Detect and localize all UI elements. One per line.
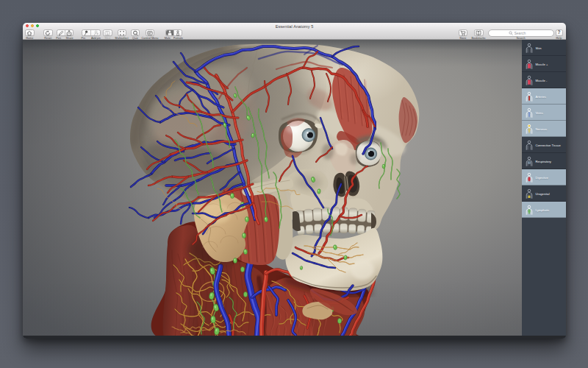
desktop-background: Essential Anatomy 5 HomeResetPenSharePin… bbox=[0, 0, 588, 368]
bookmarks-icon bbox=[476, 30, 481, 36]
home-button[interactable] bbox=[25, 29, 35, 37]
bookmarks-button[interactable] bbox=[474, 29, 484, 37]
sidebar-item-label: Respiratory bbox=[536, 160, 551, 163]
sidebar-item-urogenital[interactable]: Urogenital bbox=[522, 185, 566, 202]
store-button[interactable] bbox=[459, 29, 468, 37]
sidebar-item-label: Veins bbox=[536, 111, 543, 115]
add_pin-button[interactable] bbox=[90, 30, 100, 36]
quiz-icon bbox=[132, 30, 138, 36]
body-system-icon-muscle-plus bbox=[525, 59, 534, 69]
body-systems-sidebar: SkinMuscle +Muscle -ArteriesVeinsNervous… bbox=[522, 40, 566, 339]
male-icon bbox=[167, 30, 173, 36]
pin-icon bbox=[83, 30, 89, 36]
sidebar-item-lymphatic[interactable]: Lymphatic bbox=[522, 202, 566, 218]
sidebar-item-label: Urogenital bbox=[536, 192, 550, 196]
model-viewport[interactable]: path{stroke-linecap:round} bbox=[23, 40, 522, 339]
app-window: Essential Anatomy 5 HomeResetPenSharePin… bbox=[23, 23, 566, 339]
search-input[interactable] bbox=[514, 31, 534, 35]
quiz-button[interactable] bbox=[131, 29, 140, 37]
sidebar-item-nervous[interactable]: Nervous bbox=[522, 121, 566, 137]
reset-icon bbox=[45, 30, 51, 36]
add-pin-icon bbox=[93, 30, 98, 36]
body-system-icon-respiratory bbox=[525, 156, 534, 166]
search-icon bbox=[509, 31, 513, 35]
multiselect-button[interactable] bbox=[118, 29, 126, 37]
window-bottom-edge bbox=[23, 336, 566, 339]
sidebar-item-muscle-minus[interactable]: Muscle - bbox=[522, 72, 566, 88]
body-system-icon-muscle-minus bbox=[525, 75, 534, 85]
pen-icon bbox=[58, 30, 64, 36]
body-system-icon-digestive bbox=[525, 172, 534, 183]
toolbar-item-bookmarks: Bookmarks bbox=[474, 29, 484, 37]
toolbar-item-home: Home bbox=[25, 29, 35, 37]
sidebar-item-connective-tissue[interactable]: Connective Tissue bbox=[522, 137, 566, 153]
male-button[interactable] bbox=[166, 30, 173, 36]
sidebar-item-label: Arteries bbox=[536, 95, 546, 99]
body-system-icon-skin bbox=[525, 43, 534, 53]
toolbar-item-help: ?Help bbox=[556, 29, 563, 37]
help-button[interactable]: ? bbox=[556, 29, 563, 37]
toolbar-group-pin-addpin: PinAdd pin bbox=[82, 29, 101, 37]
control-menu-icon bbox=[147, 30, 153, 36]
home-icon bbox=[26, 30, 32, 36]
toolbar-item-control-menu: Control Menu bbox=[146, 29, 154, 37]
sidebar-item-label: Digestive bbox=[536, 176, 548, 180]
body-system-icon-veins bbox=[525, 107, 534, 118]
sidebar-item-skin[interactable]: Skin bbox=[522, 40, 566, 56]
sidebar-item-muscle-plus[interactable]: Muscle + bbox=[522, 56, 566, 72]
toolbar-group-pen-share: PenShare bbox=[57, 29, 74, 37]
help-icon: ? bbox=[558, 30, 561, 35]
body-system-icon-nervous bbox=[525, 124, 534, 134]
sidebar-item-label: Skin bbox=[536, 46, 542, 50]
female-button[interactable] bbox=[173, 30, 182, 36]
female-icon bbox=[175, 30, 181, 36]
multiselect-icon bbox=[119, 30, 125, 36]
toolbar-item-slice: Slice bbox=[103, 29, 112, 37]
slice-button[interactable] bbox=[103, 29, 112, 37]
body-system-icon-arteries bbox=[525, 91, 534, 102]
toolbar-item-search: Search bbox=[488, 29, 554, 37]
body-system-icon-connective-tissue bbox=[525, 140, 534, 150]
anatomy-3d-canvas[interactable]: path{stroke-linecap:round} bbox=[23, 40, 522, 339]
sidebar-item-label: Muscle - bbox=[536, 79, 548, 82]
sidebar-item-veins[interactable]: Veins bbox=[522, 105, 566, 121]
store-cart-icon bbox=[460, 30, 466, 36]
sidebar-item-respiratory[interactable]: Respiratory bbox=[522, 153, 566, 169]
sidebar-item-label: Lymphatic bbox=[536, 208, 550, 212]
sidebar-item-arteries[interactable]: Arteries bbox=[522, 88, 566, 105]
body-system-icon-lymphatic bbox=[525, 205, 534, 215]
pen-button[interactable] bbox=[57, 30, 65, 36]
window-chrome: Essential Anatomy 5 HomeResetPenSharePin… bbox=[23, 23, 566, 40]
share-icon bbox=[66, 30, 72, 36]
sidebar-item-label: Connective Tissue bbox=[536, 144, 561, 147]
toolbar-item-store: Store bbox=[459, 29, 468, 37]
toolbar-item-quiz: Quiz bbox=[131, 29, 140, 37]
toolbar-group-male-female: MaleFemale bbox=[165, 29, 182, 37]
sidebar-item-label: Muscle + bbox=[536, 63, 548, 66]
share-button[interactable] bbox=[65, 30, 73, 36]
slice-icon bbox=[104, 30, 110, 36]
reset-button[interactable] bbox=[43, 29, 54, 37]
pin-button[interactable] bbox=[82, 30, 91, 36]
toolbar: HomeResetPenSharePinAdd pinSliceMultisel… bbox=[23, 23, 566, 40]
control-menu-button[interactable] bbox=[146, 29, 154, 37]
toolbar-item-multiselect: Multiselect bbox=[118, 29, 126, 37]
toolbar-item-reset: Reset bbox=[43, 29, 54, 37]
sidebar-item-digestive[interactable]: Digestive bbox=[522, 169, 566, 185]
body-system-icon-urogenital bbox=[525, 188, 534, 199]
sidebar-item-label: Nervous bbox=[536, 127, 548, 131]
search-field[interactable] bbox=[488, 29, 554, 37]
